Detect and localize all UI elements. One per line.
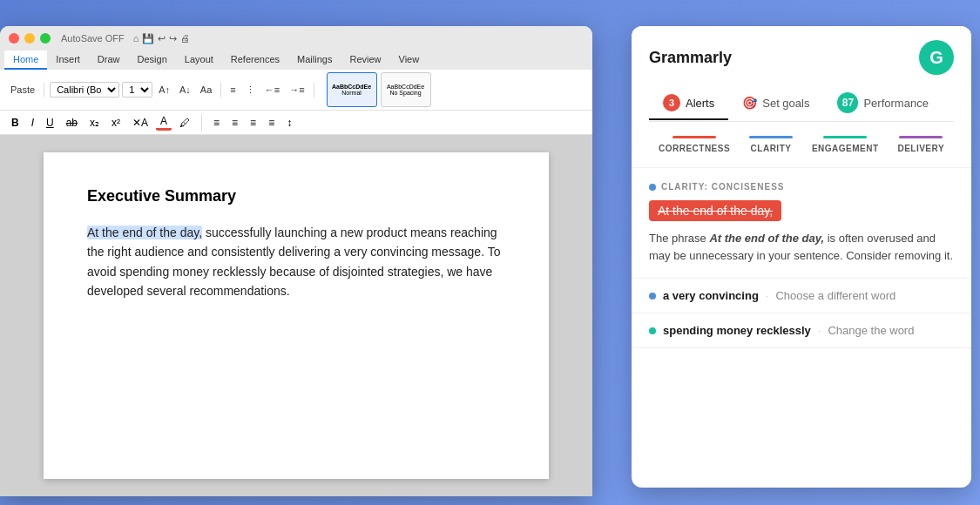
undo-icon[interactable]: ↩ — [158, 33, 166, 44]
doc-text[interactable]: At the end of the day, successfully laun… — [87, 223, 505, 301]
tab-review[interactable]: Review — [341, 50, 389, 70]
separator-2: · — [818, 324, 821, 337]
style-boxes: AaBbCcDdEe Normal AaBbCcDdEe No Spacing — [327, 72, 431, 107]
font-size-select[interactable]: 12 — [122, 82, 152, 98]
maximize-button[interactable] — [40, 33, 51, 44]
tab-alerts[interactable]: 3 Alerts — [649, 87, 728, 120]
print-icon[interactable]: 🖨 — [180, 33, 190, 44]
align-right-button[interactable]: ≡ — [246, 116, 260, 130]
bold-button[interactable]: B — [7, 116, 24, 130]
alert-dot-blue — [649, 184, 656, 191]
text-color-button[interactable]: A — [156, 114, 172, 131]
alert-count-badge: 3 — [663, 94, 680, 111]
paragraph-group: ≡ ⋮ ←≡ →≡ — [226, 83, 314, 98]
delivery-label: DELIVERY — [897, 144, 944, 153]
alert-category: CLARITY: CONCISENESS — [649, 182, 954, 192]
tab-view[interactable]: View — [390, 50, 429, 70]
tab-performance[interactable]: 87 Performance — [823, 85, 942, 122]
font-group: Calibri (Bo... 12 A↑ A↓ Aa — [50, 82, 221, 98]
tab-draw[interactable]: Draw — [89, 50, 129, 70]
style-no-spacing[interactable]: AaBbCcDdEe No Spacing — [381, 72, 431, 107]
tab-layout[interactable]: Layout — [176, 50, 222, 70]
superscript-button[interactable]: x² — [107, 116, 125, 130]
ribbon-toolbar-1: Paste Calibri (Bo... 12 A↑ A↓ Aa ≡ ⋮ ←≡ … — [0, 70, 592, 111]
grammarly-tabs: 3 Alerts 🎯 Set goals 87 Performance — [649, 85, 954, 122]
score-engagement[interactable]: ENGAGEMENT — [812, 136, 879, 153]
numbering-button[interactable]: ⋮ — [242, 83, 259, 98]
close-button[interactable] — [9, 33, 19, 44]
highlight-button[interactable]: 🖊 — [175, 116, 194, 130]
tab-set-goals[interactable]: 🎯 Set goals — [728, 89, 823, 118]
change-case-button[interactable]: Aa — [197, 83, 215, 97]
line-spacing-button[interactable]: ↕ — [282, 116, 296, 130]
tab-references[interactable]: References — [222, 50, 288, 70]
justify-button[interactable]: ≡ — [264, 116, 279, 130]
performance-score-badge: 87 — [837, 92, 858, 113]
styles-group: AaBbCcDdEe Normal AaBbCcDdEe No Spacing — [320, 72, 436, 107]
ribbon-tabs: Home Insert Draw Design Layout Reference… — [0, 50, 592, 70]
goals-icon: 🎯 — [742, 96, 757, 110]
divider — [201, 114, 202, 131]
align-center-button[interactable]: ≡ — [227, 116, 242, 130]
score-delivery[interactable]: DELIVERY — [897, 136, 944, 153]
ribbon-toolbar-2: B I U ab x₂ x² ✕A A 🖊 ≡ ≡ ≡ ≡ ↕ — [0, 111, 592, 135]
doc-title: Executive Summary — [87, 187, 505, 205]
title-bar-text: AutoSave OFF — [61, 33, 125, 44]
bullets-button[interactable]: ≡ — [226, 83, 239, 97]
suggestion-dot-1 — [649, 293, 656, 300]
delivery-indicator — [899, 136, 943, 138]
save-icon[interactable]: 💾 — [142, 33, 154, 44]
clarity-indicator — [749, 136, 793, 138]
doc-area: Executive Summary At the end of the day,… — [0, 135, 592, 496]
grammarly-title: Grammarly — [649, 49, 732, 67]
redo-icon[interactable]: ↪ — [169, 33, 177, 44]
indent-inc-button[interactable]: →≡ — [286, 83, 308, 97]
suggestion-item-2[interactable]: spending money recklessly · Change the w… — [632, 313, 971, 348]
grammarly-top: Grammarly G — [649, 40, 954, 75]
tab-mailings[interactable]: Mailings — [288, 50, 341, 70]
clear-format-button[interactable]: ✕A — [128, 116, 152, 130]
alert-description: The phrase At the end of the day, is oft… — [649, 230, 954, 264]
style-normal[interactable]: AaBbCcDdEe Normal — [327, 72, 377, 107]
title-bar: AutoSave OFF ⌂ 💾 ↩ ↪ 🖨 — [0, 26, 592, 50]
set-goals-label: Set goals — [762, 97, 809, 110]
font-family-select[interactable]: Calibri (Bo... — [50, 82, 119, 98]
engagement-indicator — [823, 136, 867, 138]
grammarly-panel: Grammarly G 3 Alerts 🎯 Set goals 87 Perf… — [632, 26, 971, 488]
indent-dec-button[interactable]: ←≡ — [261, 83, 283, 97]
score-categories: CORRECTNESS CLARITY ENGAGEMENT DELIVERY — [632, 122, 971, 168]
tab-insert[interactable]: Insert — [47, 50, 89, 70]
paste-button[interactable]: Paste — [7, 83, 38, 97]
score-correctness[interactable]: CORRECTNESS — [659, 136, 730, 153]
grammarly-logo-icon[interactable]: G — [919, 40, 954, 75]
suggestion-action-2: Change the word — [828, 324, 914, 337]
score-clarity[interactable]: CLARITY — [749, 136, 793, 153]
doc-page: Executive Summary At the end of the day,… — [44, 152, 549, 479]
suggestion-text-1: a very convincing — [663, 289, 759, 302]
clarity-label: CLARITY — [751, 144, 792, 153]
align-left-button[interactable]: ≡ — [209, 116, 224, 130]
strikethrough-button[interactable]: ab — [62, 116, 82, 130]
minimize-button[interactable] — [24, 33, 35, 44]
word-window: AutoSave OFF ⌂ 💾 ↩ ↪ 🖨 Home Insert Draw … — [0, 26, 592, 496]
separator-1: · — [766, 289, 769, 302]
suggestion-action-1: Choose a different word — [775, 289, 896, 302]
subscript-button[interactable]: x₂ — [85, 116, 104, 130]
tab-home[interactable]: Home — [4, 50, 47, 70]
italic-button[interactable]: I — [27, 116, 38, 130]
title-bar-icons: ⌂ 💾 ↩ ↪ 🖨 — [133, 33, 191, 44]
performance-label: Performance — [863, 97, 928, 110]
suggestion-text-2: spending money recklessly — [663, 324, 811, 337]
engagement-label: ENGAGEMENT — [812, 144, 879, 153]
home-icon[interactable]: ⌂ — [133, 33, 139, 44]
suggestion-dot-2 — [649, 327, 656, 334]
paste-group: Paste — [7, 83, 44, 97]
flagged-phrase: At the end of the day, — [649, 200, 781, 221]
alerts-label: Alerts — [686, 97, 714, 110]
font-shrink-button[interactable]: A↓ — [176, 83, 194, 97]
alert-content: CLARITY: CONCISENESS At the end of the d… — [632, 168, 971, 488]
underline-button[interactable]: U — [42, 116, 58, 130]
font-grow-button[interactable]: A↑ — [155, 83, 173, 97]
tab-design[interactable]: Design — [129, 50, 176, 70]
suggestion-item-1[interactable]: a very convincing · Choose a different w… — [632, 279, 971, 313]
